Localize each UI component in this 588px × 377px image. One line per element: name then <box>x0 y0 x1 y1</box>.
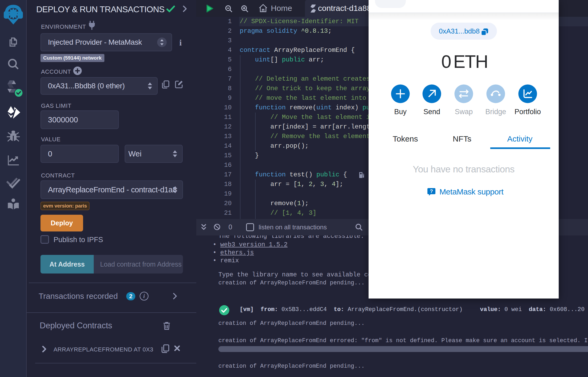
svg-text:i: i <box>143 293 145 299</box>
svg-text:?: ? <box>430 188 433 194</box>
